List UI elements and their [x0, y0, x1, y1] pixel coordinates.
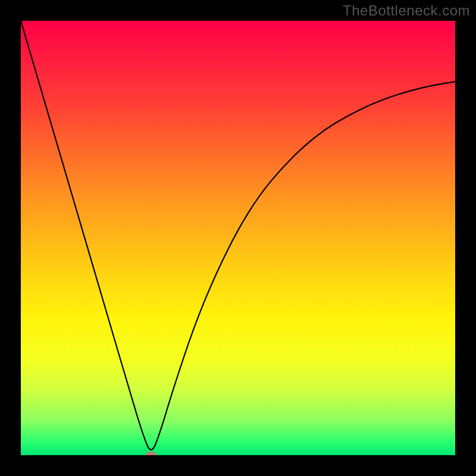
minimum-marker [146, 452, 156, 455]
chart-frame: TheBottleneck.com [0, 0, 476, 476]
curve-svg [21, 21, 455, 455]
bottleneck-curve [21, 21, 455, 450]
plot-area [21, 21, 455, 455]
watermark-text: TheBottleneck.com [343, 2, 470, 19]
